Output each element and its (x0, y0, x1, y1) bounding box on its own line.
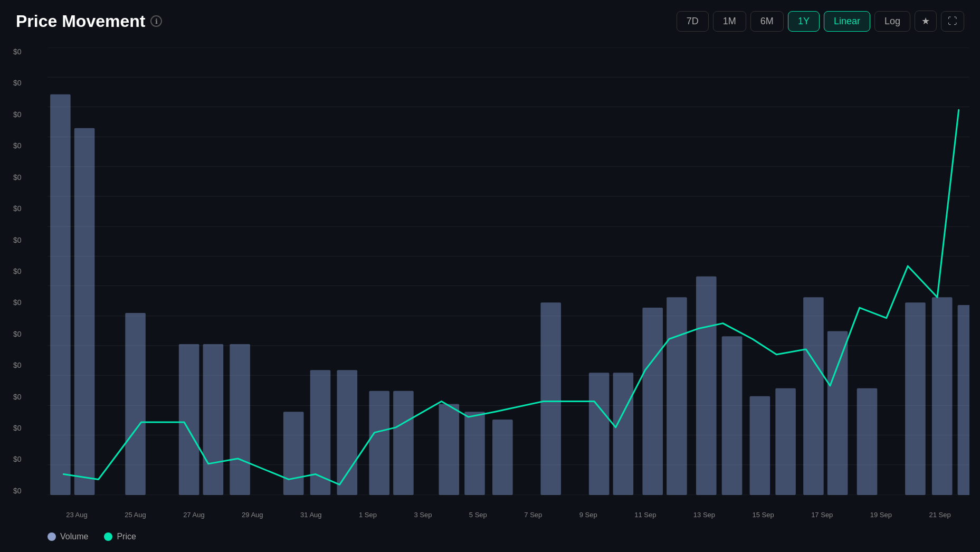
svg-rect-29 (492, 420, 513, 495)
btn-linear[interactable]: Linear (824, 11, 870, 32)
svg-rect-42 (905, 302, 926, 495)
volume-label: Volume (60, 532, 88, 541)
svg-rect-27 (439, 404, 459, 495)
x-label-3sep: 3 Sep (414, 511, 432, 519)
x-label-1sep: 1 Sep (359, 511, 377, 519)
chart-legend: Volume Price (11, 532, 969, 541)
legend-volume: Volume (47, 532, 88, 541)
svg-rect-22 (283, 412, 304, 495)
svg-rect-18 (125, 313, 146, 495)
x-label-29aug: 29 Aug (242, 511, 263, 519)
title-group: Price Movement ℹ (16, 12, 162, 31)
svg-rect-37 (750, 396, 770, 495)
svg-rect-32 (613, 373, 634, 495)
legend-price: Price (104, 532, 136, 541)
svg-rect-33 (642, 308, 663, 495)
svg-rect-40 (827, 331, 848, 495)
chart-svg (47, 47, 969, 495)
btn-log[interactable]: Log (874, 11, 910, 32)
svg-rect-16 (50, 94, 71, 495)
x-label-21sep: 21 Sep (929, 511, 950, 519)
x-label-13sep: 13 Sep (693, 511, 715, 519)
volume-dot (47, 532, 56, 541)
btn-fullscreen[interactable]: ⛶ (941, 11, 964, 32)
svg-rect-21 (230, 344, 250, 495)
x-label-19sep: 19 Sep (870, 511, 892, 519)
x-label-5sep: 5 Sep (469, 511, 487, 519)
price-label: Price (117, 532, 136, 541)
x-label-25aug: 25 Aug (125, 511, 146, 519)
svg-rect-39 (803, 297, 824, 495)
y-axis-left: $0 $0 $0 $0 $0 $0 $0 $0 $0 $0 $0 $0 $0 $… (13, 47, 22, 495)
svg-rect-24 (337, 370, 357, 495)
x-label-7sep: 7 Sep (524, 511, 542, 519)
page-title: Price Movement (16, 12, 145, 31)
svg-rect-28 (464, 412, 485, 495)
svg-rect-30 (540, 302, 561, 495)
svg-rect-43 (932, 297, 953, 495)
btn-1y[interactable]: 1Y (788, 11, 820, 32)
x-label-17sep: 17 Sep (811, 511, 833, 519)
info-icon[interactable]: ℹ (150, 15, 162, 27)
btn-7d[interactable]: 7D (677, 11, 709, 32)
chart-container: $0 $0 $0 $0 $0 $0 $0 $0 $0 $0 $0 $0 $0 $… (11, 42, 969, 527)
x-label-11sep: 11 Sep (634, 511, 656, 519)
svg-rect-36 (722, 336, 743, 495)
svg-rect-19 (179, 344, 199, 495)
svg-rect-34 (667, 297, 687, 495)
svg-rect-26 (393, 391, 414, 495)
x-label-9sep: 9 Sep (579, 511, 597, 519)
chart-header: Price Movement ℹ 7D 1M 6M 1Y Linear Log … (11, 11, 969, 32)
svg-rect-25 (369, 391, 389, 495)
x-axis: 23 Aug 25 Aug 27 Aug 29 Aug 31 Aug 1 Sep… (47, 511, 969, 519)
chart-area: $0 $0 $0 $0 $0 $0 $0 $0 $0 $0 $0 $0 $0 $… (47, 47, 969, 495)
price-dot (104, 532, 112, 541)
svg-rect-38 (775, 388, 796, 495)
svg-rect-20 (203, 344, 224, 495)
controls-group: 7D 1M 6M 1Y Linear Log ★ ⛶ (677, 11, 964, 32)
svg-rect-44 (958, 305, 969, 495)
btn-favorite[interactable]: ★ (915, 11, 937, 32)
svg-rect-41 (857, 388, 878, 495)
svg-rect-17 (74, 128, 95, 495)
svg-rect-35 (696, 277, 717, 495)
btn-6m[interactable]: 6M (750, 11, 784, 32)
svg-rect-31 (589, 373, 610, 495)
x-label-31aug: 31 Aug (300, 511, 322, 519)
x-label-15sep: 15 Sep (752, 511, 774, 519)
x-label-27aug: 27 Aug (183, 511, 205, 519)
x-label-23aug: 23 Aug (66, 511, 88, 519)
btn-1m[interactable]: 1M (713, 11, 746, 32)
